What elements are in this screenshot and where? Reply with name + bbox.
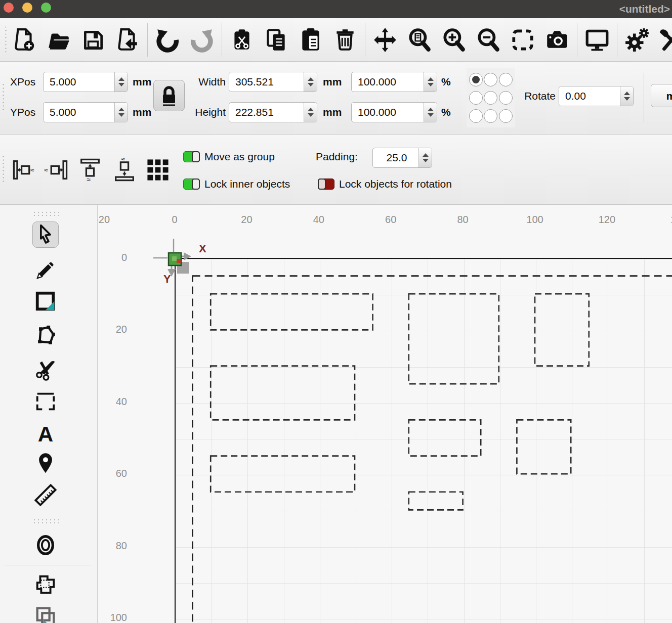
anchor-position-0[interactable] (469, 73, 483, 86)
frame-selection-button[interactable] (508, 25, 537, 55)
ypos-stepper[interactable] (114, 103, 128, 122)
close-window-button[interactable] (4, 3, 14, 13)
import-button[interactable] (113, 25, 142, 55)
edit-nodes-tool-button[interactable] (32, 323, 59, 349)
delete-button[interactable] (330, 25, 360, 55)
ruler-x-label: 80 (447, 214, 479, 226)
units-button[interactable]: mm (651, 84, 672, 107)
palette-drag-handle[interactable] (32, 211, 59, 217)
design-canvas[interactable]: X Y -20020406080100120140020406080100 (98, 205, 672, 623)
pan-button[interactable] (370, 25, 400, 55)
anchor-position-5[interactable] (499, 91, 513, 105)
push-left-button[interactable]: ≈ (10, 156, 38, 184)
preview-button[interactable] (582, 25, 612, 55)
width-label: Width (186, 72, 226, 92)
cut-shapes-tool-button[interactable] (32, 357, 59, 383)
open-icon (46, 27, 71, 53)
frame-tool-tool-button[interactable] (32, 388, 59, 414)
ruler-x-label: 140 (663, 214, 672, 226)
toolbar-drag-handle[interactable] (2, 83, 5, 112)
padding-value[interactable]: 25.0 (373, 148, 418, 167)
work-area[interactable] (175, 258, 672, 623)
boolean-shapes-tool-button[interactable] (32, 603, 59, 623)
zoom-to-page-button[interactable] (405, 25, 434, 55)
anchor-position-3[interactable] (469, 91, 483, 105)
frame-selection-icon (510, 27, 535, 53)
ruler-x-label: 100 (519, 214, 551, 226)
anchor-position-2[interactable] (499, 73, 513, 86)
device-settings-button[interactable] (657, 25, 672, 55)
push-up-icon: ≈ (77, 157, 103, 183)
redo-button[interactable] (187, 25, 217, 55)
rotate-label: Rotate (513, 86, 556, 106)
move-as-group-toggle[interactable] (183, 151, 200, 162)
minimize-window-button[interactable] (22, 3, 32, 13)
rectangle-tool-button[interactable] (32, 288, 59, 315)
measure-icon (34, 483, 57, 507)
toolbar-drag-handle[interactable] (5, 25, 8, 55)
ypos-value[interactable]: 5.000 (44, 103, 114, 122)
select-tool-button[interactable] (32, 221, 59, 248)
zoom-in-button[interactable] (439, 25, 469, 55)
ruler-y-label: 100 (102, 612, 127, 623)
boolean-shapes-icon (34, 605, 57, 623)
padding-field[interactable]: 25.0 (372, 148, 432, 168)
zoom-out-button[interactable] (474, 25, 503, 55)
settings-button[interactable] (622, 25, 652, 55)
width-percent-field[interactable]: 100.000 (351, 72, 437, 92)
cut-button[interactable] (227, 25, 257, 55)
push-down-button[interactable]: ≈ (110, 156, 139, 184)
rotate-value[interactable]: 0.00 (559, 86, 620, 106)
frame-tool-icon (34, 389, 57, 413)
position-laser-tool-button[interactable] (32, 450, 59, 476)
camera-button[interactable] (542, 25, 572, 55)
height-field[interactable]: 222.851 (229, 102, 317, 122)
ypos-field[interactable]: 5.000 (43, 102, 128, 122)
palette-drag-handle[interactable] (32, 518, 59, 524)
offset-shapes-tool-button[interactable] (32, 532, 59, 558)
copy-button[interactable] (262, 25, 291, 55)
measure-tool-button[interactable] (32, 482, 59, 508)
open-button[interactable] (44, 25, 73, 55)
rotate-stepper[interactable] (620, 86, 633, 106)
xpos-field[interactable]: 5.000 (43, 72, 128, 92)
height-value[interactable]: 222.851 (229, 103, 304, 122)
push-up-button[interactable]: ≈ (76, 156, 104, 184)
anchor-position-8[interactable] (499, 109, 513, 123)
anchor-position-7[interactable] (484, 109, 497, 123)
width-value[interactable]: 305.521 (229, 72, 304, 92)
xpos-value[interactable]: 5.000 (44, 72, 114, 92)
anchor-position-1[interactable] (484, 73, 497, 86)
width-percent-stepper[interactable] (424, 72, 437, 92)
height-percent-field[interactable]: 100.000 (351, 102, 437, 122)
lock-objects-for-rotation-toggle[interactable] (318, 179, 334, 190)
text-tool-button[interactable]: A (32, 421, 59, 448)
push-right-button[interactable]: ≈ (42, 156, 70, 184)
xpos-stepper[interactable] (114, 72, 128, 92)
anchor-position-4[interactable] (484, 91, 497, 105)
anchor-position-6[interactable] (469, 109, 483, 123)
svg-text:≈: ≈ (87, 175, 91, 183)
new-file-button[interactable] (10, 25, 39, 55)
undo-icon (155, 27, 180, 53)
xpos-unit: mm (133, 72, 151, 92)
height-stepper[interactable] (304, 103, 317, 122)
width-stepper[interactable] (304, 72, 317, 92)
paste-button[interactable] (296, 25, 325, 55)
lock-inner-objects-toggle[interactable] (183, 179, 200, 190)
lock-aspect-button[interactable] (153, 80, 185, 111)
width-percent-value[interactable]: 100.000 (352, 72, 424, 92)
weld-shapes-tool-button[interactable] (32, 571, 59, 598)
toolbar-drag-handle[interactable] (2, 155, 5, 184)
rotate-field[interactable]: 0.00 (559, 86, 634, 106)
undo-button[interactable] (153, 25, 182, 55)
grid-array-button[interactable] (144, 156, 172, 184)
save-button[interactable] (78, 25, 108, 55)
zoom-window-button[interactable] (41, 3, 51, 13)
padding-stepper[interactable] (418, 148, 432, 167)
height-percent-value[interactable]: 100.000 (352, 103, 424, 122)
height-percent-stepper[interactable] (424, 103, 437, 122)
width-field[interactable]: 305.521 (229, 72, 317, 92)
ruler-x-label: 0 (158, 214, 191, 226)
draw-lines-tool-button[interactable] (32, 257, 59, 283)
